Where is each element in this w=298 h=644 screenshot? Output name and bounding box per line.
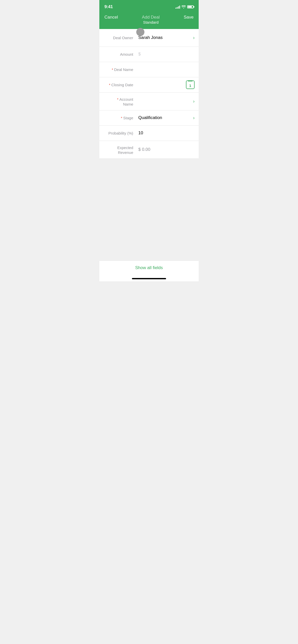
probability-label: Probability (%) <box>99 131 136 136</box>
nav-center: Add Deal Standard <box>120 15 181 25</box>
nav-title: Add Deal <box>120 15 181 20</box>
stage-row[interactable]: * Stage Qualification › <box>99 110 199 126</box>
currency-symbol: $ <box>138 52 141 57</box>
required-star: * <box>112 68 114 72</box>
expected-revenue-label: ExpectedRevenue <box>99 144 136 155</box>
deal-owner-label: Deal Owner <box>99 35 136 40</box>
status-icons <box>175 5 194 9</box>
status-time: 9:41 <box>104 4 113 9</box>
stage-value[interactable]: Qualification <box>136 115 193 120</box>
expected-revenue-value: $ 0.00 <box>136 147 199 152</box>
signal-icon <box>175 5 180 9</box>
show-all-fields-button[interactable]: Show all fields <box>135 265 163 270</box>
amount-row[interactable]: Amount $ <box>99 47 199 62</box>
closing-date-row[interactable]: * Closing Date 1 <box>99 77 199 93</box>
probability-value[interactable]: 10 <box>136 130 199 136</box>
deal-owner-value[interactable]: Sarah Jonas <box>136 35 193 40</box>
deal-owner-row[interactable]: Deal Owner Sarah Jonas › <box>99 29 199 47</box>
stage-chevron-icon: › <box>193 115 199 121</box>
cancel-button[interactable]: Cancel <box>104 15 118 20</box>
grey-area <box>99 159 199 260</box>
account-name-row[interactable]: * AccountName › <box>99 93 199 110</box>
required-star: * <box>121 116 123 120</box>
status-bar: 9:41 <box>99 0 199 13</box>
wifi-icon <box>182 5 186 8</box>
home-bar <box>132 278 166 279</box>
stage-label: * Stage <box>99 115 136 121</box>
form-container: Deal Owner Sarah Jonas › Amount $ * Deal… <box>99 29 199 159</box>
save-button[interactable]: Save <box>184 15 194 20</box>
amount-value[interactable]: $ <box>136 52 199 57</box>
calendar-icon[interactable]: 1 <box>186 80 195 89</box>
required-star: * <box>117 97 119 101</box>
nav-subtitle: Standard <box>120 20 181 25</box>
navigation-bar: Cancel Add Deal Standard Save <box>99 13 199 29</box>
show-all-fields-section[interactable]: Show all fields <box>99 260 199 275</box>
deal-owner-chevron-icon: › <box>193 35 199 40</box>
probability-row[interactable]: Probability (%) 10 <box>99 126 199 141</box>
closing-date-label: * Closing Date <box>99 82 136 87</box>
deal-name-row[interactable]: * Deal Name <box>99 62 199 77</box>
account-name-chevron-icon: › <box>193 99 199 104</box>
required-star: * <box>109 83 111 87</box>
battery-icon <box>187 5 194 8</box>
deal-name-label: * Deal Name <box>99 67 136 72</box>
expected-revenue-row: ExpectedRevenue $ 0.00 <box>99 141 199 159</box>
home-indicator <box>99 275 199 281</box>
amount-label: Amount <box>99 52 136 57</box>
account-name-label: * AccountName <box>99 96 136 107</box>
